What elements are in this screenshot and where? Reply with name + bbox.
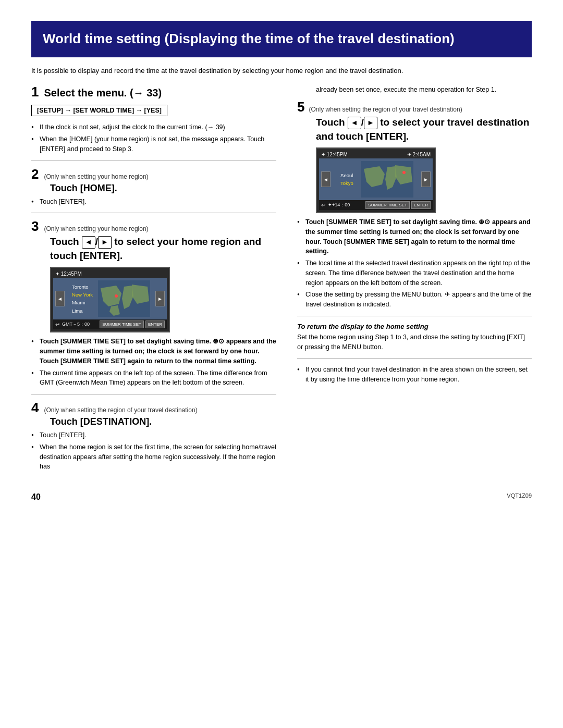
bottom-bullet-1: If you cannot find your travel destinati…	[297, 365, 532, 385]
step-1-number: 1	[31, 85, 39, 98]
step-2-sub: (Only when setting your home region)	[44, 173, 148, 180]
svg-point-3	[402, 171, 406, 174]
step-2-bullets: Touch [ENTER].	[31, 197, 276, 207]
step-2-title: Touch [HOME].	[50, 183, 276, 194]
step-5-title: Touch ◄/► to select your travel destinat…	[316, 116, 532, 143]
left-column: 1 Select the menu. (→ 33) [SETUP] → [SET…	[31, 85, 276, 477]
step-5-bullet-2: Close the setting by pressing the MENU b…	[297, 290, 532, 310]
screen3-left-nav[interactable]: ◄	[55, 291, 65, 306]
step-2-block: 2 (Only when setting your home region) T…	[31, 167, 276, 207]
step5-left-arrow-icon: ◄	[348, 117, 361, 129]
step-4-number: 4	[31, 401, 39, 414]
screen3-summer-btn[interactable]: SUMMER TIME SET	[100, 320, 144, 328]
screen5-left-nav[interactable]: ◄	[321, 171, 331, 187]
page-footer: 40 VQT1Z09	[31, 492, 532, 502]
svg-point-1	[115, 294, 118, 298]
screen3-bottom: ↩ GMT－5：00 SUMMER TIME SET ENTER	[53, 319, 167, 329]
step-4-block: 4 (Only when setting the region of your …	[31, 401, 276, 472]
setup-path-box: [SETUP] → [SET WORLD TIME] → [YES]	[31, 105, 167, 116]
step-3-screen: ✦ 12:45PM ◄ Toronto New York Miami Lima	[50, 267, 170, 332]
step-4-sub: (Only when setting the region of your tr…	[44, 406, 197, 414]
step-3-block: 3 (Only when setting your home region) T…	[31, 219, 276, 388]
step-3-bold-bullet-1: Touch [SUMMER TIME SET] to set daylight …	[31, 337, 276, 366]
step-4-bullets: Touch [ENTER]. When the home region is s…	[31, 430, 276, 472]
divider-2	[31, 213, 276, 213]
screen5-city-list: Seoul Tokyo	[338, 171, 353, 187]
return-text: Set the home region using Step 1 to 3, a…	[297, 332, 532, 352]
step-1-bullet-2: When the [HOME] (your home region) is no…	[31, 134, 276, 154]
step-5-screen: ✦ 12:45PM ✈ 2:45AM ◄ Seoul Tokyo	[316, 147, 436, 213]
screen5-time-left: ✦ 12:45PM	[321, 152, 348, 157]
screen5-summer-btn[interactable]: SUMMER TIME SET	[365, 201, 410, 209]
intro-text: It is possible to display and record the…	[31, 66, 532, 76]
screen3-map	[98, 280, 150, 317]
step-3-bullets: The current time appears on the left top…	[31, 368, 276, 388]
screen5-time-right: ✈ 2:45AM	[407, 152, 431, 157]
screen5-gmt: ✦+14：00	[327, 201, 351, 209]
screen3-enter-btn[interactable]: ENTER	[145, 320, 165, 328]
step-3-sub: (Only when setting your home region)	[44, 225, 148, 232]
screen5-map-area: ◄ Seoul Tokyo ►	[319, 158, 433, 200]
step-3-title: Touch ◄/► to select your home region and…	[50, 235, 276, 263]
step-1-title: Select the menu. (→ 33)	[44, 86, 162, 100]
step-1-bullet-1: If the clock is not set, adjust the cloc…	[31, 122, 276, 132]
step-4-bullet-2: When the home region is set for the firs…	[31, 442, 276, 472]
screen5-bottom: ↩ ✦+14：00 SUMMER TIME SET ENTER	[319, 200, 433, 210]
step-5-bullets: The local time at the selected travel de…	[297, 258, 532, 310]
step-5-bold-bullets: Touch [SUMMER TIME SET] to set daylight …	[297, 217, 532, 256]
divider-3	[31, 394, 276, 394]
step-1-block: 1 Select the menu. (→ 33) [SETUP] → [SET…	[31, 85, 276, 154]
screen3-map-area: ◄ Toronto New York Miami Lima	[53, 278, 167, 319]
step-4-title: Touch [DESTINATION].	[50, 416, 276, 427]
step5-right-arrow-icon: ►	[364, 117, 377, 129]
step-5-block: 5 (Only when setting the region of your …	[297, 100, 532, 385]
step-4-bullet-1: Touch [ENTER].	[31, 430, 276, 440]
screen3-time: ✦ 12:45PM	[55, 271, 82, 277]
left-arrow-icon: ◄	[82, 236, 95, 249]
return-heading: To return the display to the home settin…	[297, 323, 532, 330]
screen5-right-nav[interactable]: ►	[421, 171, 431, 187]
model-number: VQT1Z09	[507, 492, 532, 502]
divider-return	[297, 316, 532, 316]
right-arrow-icon: ►	[98, 236, 112, 249]
screen3-back-icon: ↩	[55, 322, 59, 327]
step-5-bullet-1: The local time at the selected travel de…	[297, 258, 532, 288]
step-5-number: 5	[297, 100, 304, 114]
step-2-number: 2	[31, 167, 39, 181]
screen3-gmt: GMT－5：00	[61, 320, 91, 328]
step-1-bullets: If the clock is not set, adjust the cloc…	[31, 122, 276, 154]
step-5-sub: (Only when setting the region of your tr…	[309, 106, 462, 113]
page-number: 40	[31, 492, 41, 502]
screen5-map	[361, 161, 413, 198]
page-title: World time setting (Displaying the time …	[43, 30, 520, 48]
screen3-right-nav[interactable]: ►	[155, 291, 165, 306]
page-header: World time setting (Displaying the time …	[31, 21, 532, 57]
step-3-bold-bullets: Touch [SUMMER TIME SET] to set daylight …	[31, 337, 276, 366]
step-3-bullet-1: The current time appears on the left top…	[31, 368, 276, 388]
step-3-number: 3	[31, 219, 39, 233]
screen5-back-icon: ↩	[321, 202, 325, 208]
step4-continued-text: already been set once, execute the menu …	[316, 85, 532, 95]
screen3-city-list: Toronto New York Miami Lima	[70, 283, 93, 315]
bottom-note-bullets: If you cannot find your travel destinati…	[297, 365, 532, 385]
divider-bottom	[297, 358, 532, 359]
step-5-bold-bullet-1: Touch [SUMMER TIME SET] to set daylight …	[297, 217, 532, 256]
step-2-bullet-1: Touch [ENTER].	[31, 197, 276, 207]
divider-1	[31, 161, 276, 161]
screen5-enter-btn[interactable]: ENTER	[411, 201, 431, 209]
right-column: already been set once, execute the menu …	[297, 85, 532, 477]
